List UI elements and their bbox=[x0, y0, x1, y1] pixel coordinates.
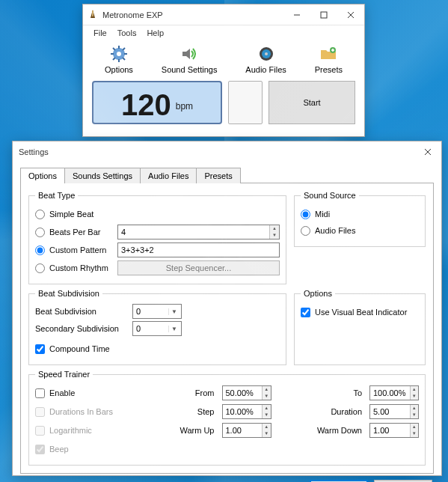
step-label: Step bbox=[158, 407, 219, 416]
beat-subdivision-legend: Beat Subdivision bbox=[35, 289, 102, 298]
secondary-subdivision-select[interactable]: 0▼ bbox=[132, 321, 182, 336]
duration-input[interactable]: ▲▼ bbox=[369, 404, 419, 419]
app-icon bbox=[88, 9, 98, 21]
menu-help[interactable]: Help bbox=[142, 27, 168, 39]
toolbar-presets[interactable]: Presets bbox=[311, 42, 346, 76]
svg-line-13 bbox=[123, 58, 125, 60]
radio-beats-per-bar[interactable]: Beats Per Bar bbox=[35, 224, 117, 240]
menubar: File Tools Help bbox=[83, 25, 364, 42]
radio-custom-pattern[interactable]: Custom Pattern bbox=[35, 242, 117, 258]
toolbar-presets-label: Presets bbox=[315, 65, 343, 74]
options-group: Options Use Visual Beat Indicator bbox=[294, 289, 426, 365]
beat-type-group: Beat Type Simple Beat Beats Per Bar ▲▼ C… bbox=[28, 191, 286, 284]
settings-close-button[interactable] bbox=[414, 141, 441, 162]
main-titlebar: Metronome EXP bbox=[83, 4, 364, 25]
svg-line-12 bbox=[113, 48, 115, 50]
to-input[interactable]: ▲▼ bbox=[369, 385, 419, 400]
start-button-label: Start bbox=[303, 98, 320, 107]
toolbar-options-label: Options bbox=[105, 65, 133, 74]
settings-title: Settings bbox=[19, 147, 49, 156]
toolbar-sound-label: Sound Settings bbox=[162, 65, 218, 74]
chevron-down-icon: ▼ bbox=[168, 308, 179, 315]
maximize-button[interactable] bbox=[310, 4, 337, 25]
settings-titlebar: Settings bbox=[13, 141, 441, 162]
svg-rect-1 bbox=[92, 10, 93, 16]
warmdown-label: Warm Down bbox=[305, 426, 366, 435]
svg-line-15 bbox=[113, 58, 115, 60]
chevron-down-icon: ▼ bbox=[168, 326, 179, 332]
beats-per-bar-input[interactable]: ▲▼ bbox=[117, 225, 280, 240]
toolbar: Options Sound Settings Audio Files Prese… bbox=[83, 42, 364, 81]
svg-rect-3 bbox=[321, 12, 327, 18]
svg-point-7 bbox=[117, 52, 121, 56]
check-compound-time[interactable]: Compound Time bbox=[35, 341, 280, 357]
tab-presets[interactable]: Presets bbox=[196, 168, 240, 183]
tempo-display: 120 bpm bbox=[92, 81, 222, 124]
duration-label: Duration bbox=[305, 407, 366, 416]
beat-subdivision-select[interactable]: 0▼ bbox=[132, 304, 182, 319]
toolbar-audio-label: Audio Files bbox=[245, 65, 286, 74]
folder-plus-icon bbox=[319, 44, 338, 64]
toolbar-sound-settings[interactable]: Sound Settings bbox=[158, 42, 221, 76]
toolbar-options[interactable]: Options bbox=[101, 42, 137, 76]
options-legend: Options bbox=[301, 289, 335, 298]
disc-icon bbox=[257, 44, 276, 64]
custom-pattern-input[interactable] bbox=[117, 242, 280, 257]
beat-indicator-box bbox=[228, 81, 263, 124]
tab-audio-files[interactable]: Audio Files bbox=[140, 168, 197, 183]
check-enable[interactable]: Enable bbox=[35, 385, 123, 401]
warmup-input[interactable]: ▲▼ bbox=[222, 423, 271, 438]
beat-type-legend: Beat Type bbox=[35, 191, 78, 200]
tab-options[interactable]: Options bbox=[20, 168, 65, 183]
speed-trainer-group: Speed Trainer Enable From ▲▼ To ▲▼ Durat… bbox=[28, 370, 426, 466]
secondary-subdivision-label: Secondary Subdivision bbox=[35, 324, 132, 333]
from-input[interactable]: ▲▼ bbox=[222, 385, 271, 400]
to-label: To bbox=[305, 388, 366, 397]
menu-tools[interactable]: Tools bbox=[113, 27, 141, 39]
sound-source-legend: Sound Source bbox=[301, 191, 359, 200]
tempo-value: 120 bbox=[121, 82, 171, 127]
radio-audio-files[interactable]: Audio Files bbox=[301, 222, 419, 239]
tabstrip: Options Sounds Settings Audio Files Pres… bbox=[20, 167, 434, 183]
radio-custom-rhythm[interactable]: Custom Rhythm bbox=[35, 260, 117, 276]
tab-sounds-settings[interactable]: Sounds Settings bbox=[64, 168, 141, 183]
svg-marker-16 bbox=[182, 49, 190, 59]
close-button[interactable] bbox=[337, 4, 364, 25]
metronome-main-window: Metronome EXP File Tools Help Options So… bbox=[82, 4, 365, 137]
warmdown-input[interactable]: ▲▼ bbox=[369, 423, 419, 438]
check-visual-indicator[interactable]: Use Visual Beat Indicator bbox=[301, 304, 419, 320]
beat-subdivision-label: Beat Subdivision bbox=[35, 307, 132, 316]
sound-source-group: Sound Source Midi Audio Files bbox=[294, 191, 426, 247]
svg-point-19 bbox=[265, 52, 268, 55]
check-durations-in-bars: Durations In Bars bbox=[35, 403, 123, 420]
speaker-icon bbox=[179, 44, 199, 64]
radio-midi[interactable]: Midi bbox=[301, 206, 419, 222]
warmup-label: Warm Up bbox=[158, 426, 219, 435]
speed-trainer-legend: Speed Trainer bbox=[35, 370, 93, 379]
tempo-unit: bpm bbox=[176, 101, 193, 112]
gear-icon bbox=[109, 44, 129, 64]
options-panel: Beat Type Simple Beat Beats Per Bar ▲▼ C… bbox=[20, 183, 434, 474]
from-label: From bbox=[158, 388, 219, 397]
step-input[interactable]: ▲▼ bbox=[222, 404, 271, 419]
settings-window: Settings Options Sounds Settings Audio F… bbox=[12, 141, 442, 476]
beat-subdivision-group: Beat Subdivision Beat Subdivision 0▼ Sec… bbox=[28, 289, 286, 365]
radio-simple-beat[interactable]: Simple Beat bbox=[35, 206, 117, 222]
check-beep: Beep bbox=[35, 441, 123, 457]
start-button[interactable]: Start bbox=[269, 81, 355, 124]
main-title: Metronome EXP bbox=[102, 10, 163, 19]
step-sequencer-button: Step Sequencer... bbox=[117, 260, 280, 275]
svg-line-14 bbox=[123, 48, 125, 50]
check-logarithmic: Logarithmic bbox=[35, 422, 123, 439]
toolbar-audio-files[interactable]: Audio Files bbox=[242, 42, 289, 76]
menu-file[interactable]: File bbox=[89, 27, 111, 39]
minimize-button[interactable] bbox=[283, 4, 310, 25]
